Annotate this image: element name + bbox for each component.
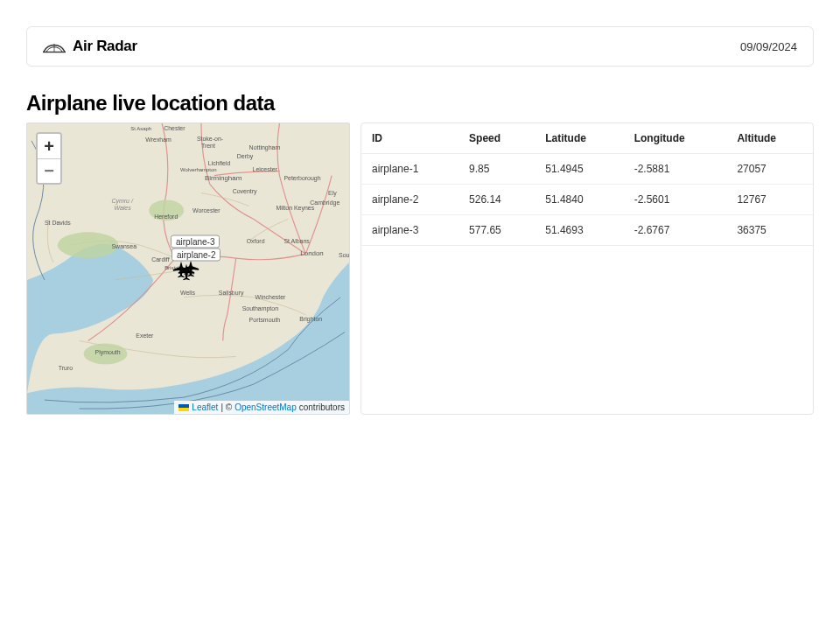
zoom-out-button[interactable]: − xyxy=(38,158,60,183)
svg-text:Wolverhampton: Wolverhampton xyxy=(180,167,217,172)
svg-text:Swansea: Swansea xyxy=(111,243,136,249)
svg-text:St Asaph: St Asaph xyxy=(130,126,151,131)
svg-text:Derby: Derby xyxy=(237,153,254,160)
svg-text:Plymouth: Plymouth xyxy=(95,349,121,356)
map[interactable]: St Davids Swansea Cardiff Hereford Wells… xyxy=(26,122,350,415)
svg-text:Chester: Chester xyxy=(164,125,186,131)
col-latitude: Latitude xyxy=(535,123,623,154)
svg-text:Wells: Wells xyxy=(180,290,195,296)
svg-text:Wales: Wales xyxy=(114,205,131,211)
map-tooltip: airplane-3 xyxy=(171,235,220,248)
svg-text:Birmingham: Birmingham xyxy=(205,174,242,182)
svg-point-3 xyxy=(58,232,119,258)
page-title: Airplane live location data xyxy=(26,91,814,116)
svg-text:Ely: Ely xyxy=(328,190,337,197)
svg-text:Southampton: Southampton xyxy=(242,305,279,312)
svg-text:Winchester: Winchester xyxy=(256,294,286,300)
radar-icon xyxy=(43,39,66,53)
svg-text:Nottingham: Nottingham xyxy=(249,144,281,151)
svg-text:Worcester: Worcester xyxy=(192,207,220,214)
svg-text:London: London xyxy=(300,249,324,257)
plane-marker-icon[interactable] xyxy=(181,259,200,278)
svg-text:Exeter: Exeter xyxy=(136,332,154,339)
svg-text:Milton Keynes: Milton Keynes xyxy=(276,205,314,212)
zoom-control: + − xyxy=(36,132,62,185)
svg-text:Portsmouth: Portsmouth xyxy=(249,317,281,323)
svg-text:Truro: Truro xyxy=(59,365,73,371)
svg-text:Cymru /: Cymru / xyxy=(111,198,133,205)
col-speed: Speed xyxy=(458,123,535,154)
brand: Air Radar xyxy=(43,38,137,55)
ukraine-flag-icon xyxy=(178,404,189,411)
table-row: airplane-1 9.85 51.4945 -2.5881 27057 xyxy=(361,154,813,185)
col-altitude: Altitude xyxy=(726,123,813,154)
header-date: 09/09/2024 xyxy=(740,40,797,53)
header-card: Air Radar 09/09/2024 xyxy=(26,26,814,66)
svg-text:Sou: Sou xyxy=(339,252,349,258)
svg-text:Stoke-on-: Stoke-on- xyxy=(197,136,223,142)
table-row: airplane-2 526.14 51.4840 -2.5601 12767 xyxy=(361,185,813,215)
svg-text:St Albans: St Albans xyxy=(284,238,310,244)
map-attribution: Leaflet | © OpenStreetMap contributors xyxy=(174,401,349,414)
osm-link[interactable]: OpenStreetMap xyxy=(234,402,297,412)
table-row: airplane-3 577.65 51.4693 -2.6767 36375 xyxy=(361,215,813,246)
svg-text:Brighton: Brighton xyxy=(299,316,322,323)
svg-text:Cambridge: Cambridge xyxy=(310,200,340,206)
table-header-row: ID Speed Latitude Longitude Altitude xyxy=(361,123,813,154)
svg-text:Trent: Trent xyxy=(201,143,215,149)
col-longitude: Longitude xyxy=(624,123,727,154)
svg-text:Coventry: Coventry xyxy=(233,188,257,195)
col-id: ID xyxy=(361,123,458,154)
brand-name: Air Radar xyxy=(73,38,137,55)
svg-text:St Davids: St Davids xyxy=(45,220,71,226)
svg-text:Salisbury: Salisbury xyxy=(219,290,244,297)
svg-text:Leicester: Leicester xyxy=(253,166,278,172)
svg-text:Cardiff: Cardiff xyxy=(151,256,169,262)
svg-text:Lichfield: Lichfield xyxy=(208,160,231,166)
map-tooltip: airplane-2 xyxy=(172,248,220,262)
svg-text:Oxford: Oxford xyxy=(247,238,265,244)
svg-text:Peterborough: Peterborough xyxy=(284,175,320,182)
svg-text:Wrexham: Wrexham xyxy=(145,136,172,143)
zoom-in-button[interactable]: + xyxy=(38,134,60,158)
leaflet-link[interactable]: Leaflet xyxy=(192,402,218,412)
svg-text:Hereford: Hereford xyxy=(154,214,178,220)
data-table: ID Speed Latitude Longitude Altitude air… xyxy=(360,122,814,415)
